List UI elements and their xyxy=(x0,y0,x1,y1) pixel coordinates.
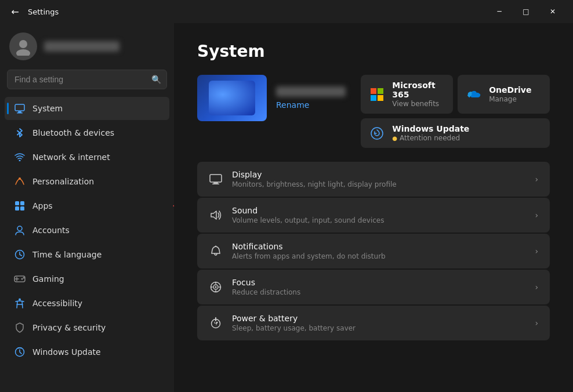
ms365-card[interactable]: Microsoft 365 View benefits xyxy=(361,75,453,114)
device-name xyxy=(276,86,346,97)
svg-rect-4 xyxy=(17,112,23,114)
settings-row-display[interactable]: Display Monitors, brightness, night ligh… xyxy=(197,162,550,197)
focus-chevron: › xyxy=(535,282,538,292)
svg-rect-3 xyxy=(18,111,21,112)
nav-accounts[interactable]: Accounts xyxy=(5,219,169,242)
svg-point-26 xyxy=(215,246,216,247)
device-name-area: Rename xyxy=(276,86,346,110)
settings-window: ← Settings ─ □ ✕ 🔍 xyxy=(0,0,573,392)
settings-row-power[interactable]: Power & battery Sleep, battery usage, ba… xyxy=(197,306,550,340)
power-chevron: › xyxy=(535,318,538,328)
ms365-subtitle: View benefits xyxy=(392,100,445,108)
svg-point-15 xyxy=(23,277,25,279)
ms365-text: Microsoft 365 View benefits xyxy=(392,81,445,108)
nav-personalization[interactable]: Personalization xyxy=(5,170,169,193)
profile-name xyxy=(44,41,119,52)
windows-update-card[interactable]: Windows Update ●Attention needed xyxy=(361,118,550,148)
nav-privacy[interactable]: Privacy & security xyxy=(5,316,169,339)
svg-point-1 xyxy=(16,49,30,56)
system-icon xyxy=(14,103,26,114)
avatar xyxy=(9,32,37,60)
search-box: 🔍 xyxy=(7,70,167,89)
gaming-icon xyxy=(14,273,26,285)
svg-point-14 xyxy=(21,278,23,280)
nav-privacy-label: Privacy & security xyxy=(32,323,106,332)
notifications-subtitle: Alerts from apps and system, do not dist… xyxy=(232,252,525,260)
focus-title: Focus xyxy=(232,278,525,287)
sound-icon xyxy=(209,208,223,222)
nav-network[interactable]: Network & internet xyxy=(5,146,169,169)
device-card: Rename xyxy=(197,75,351,121)
nav-accounts-label: Accounts xyxy=(32,226,70,235)
nav-personalization-label: Personalization xyxy=(32,177,94,186)
onedrive-card[interactable]: OneDrive Manage xyxy=(458,75,550,114)
nav-accessibility[interactable]: Accessibility xyxy=(5,292,169,315)
settings-row-sound[interactable]: Sound Volume levels, output, input, soun… xyxy=(197,198,550,233)
side-cards: Microsoft 365 View benefits xyxy=(361,75,550,148)
svg-rect-25 xyxy=(212,184,219,185)
privacy-icon xyxy=(14,322,26,333)
apps-icon xyxy=(14,200,26,212)
svg-point-5 xyxy=(19,160,21,162)
back-button[interactable]: ← xyxy=(7,3,23,20)
notifications-chevron: › xyxy=(535,246,538,256)
nav-system[interactable]: System xyxy=(5,97,169,120)
sound-subtitle: Volume levels, output, input, sound devi… xyxy=(232,216,525,224)
title-bar: ← Settings ─ □ ✕ xyxy=(0,0,573,23)
nav-bluetooth[interactable]: Bluetooth & devices xyxy=(5,121,169,144)
nav-bluetooth-label: Bluetooth & devices xyxy=(32,128,114,137)
notifications-title: Notifications xyxy=(232,242,525,251)
nav-gaming-label: Gaming xyxy=(32,274,64,284)
nav-windowsupdate[interactable]: Windows Update xyxy=(5,340,169,364)
nav-time[interactable]: Time & language xyxy=(5,243,169,266)
focus-subtitle: Reduce distractions xyxy=(232,288,525,296)
svg-point-29 xyxy=(215,286,217,288)
nav-gaming[interactable]: Gaming xyxy=(5,267,169,291)
svg-rect-10 xyxy=(20,206,24,210)
focus-text: Focus Reduce distractions xyxy=(232,278,525,296)
focus-icon xyxy=(209,280,223,294)
svg-point-22 xyxy=(371,128,383,139)
svg-rect-19 xyxy=(378,88,383,94)
ms365-icon xyxy=(369,86,385,103)
display-text: Display Monitors, brightness, night ligh… xyxy=(232,170,525,188)
sidebar-profile xyxy=(0,23,174,67)
content-area: 🔍 System xyxy=(0,23,573,392)
notifications-text: Notifications Alerts from apps and syste… xyxy=(232,242,525,260)
window-title: Settings xyxy=(28,8,481,16)
top-area: Rename xyxy=(197,75,550,148)
onedrive-subtitle: Manage xyxy=(489,95,531,103)
svg-rect-7 xyxy=(15,201,19,205)
ms365-title: Microsoft 365 xyxy=(392,81,445,99)
maximize-button[interactable]: □ xyxy=(513,2,539,21)
nav-network-label: Network & internet xyxy=(32,153,110,162)
sidebar: 🔍 System xyxy=(0,23,174,392)
nav-accessibility-label: Accessibility xyxy=(32,299,82,308)
settings-row-focus[interactable]: Focus Reduce distractions › xyxy=(197,270,550,304)
window-controls: ─ □ ✕ xyxy=(486,2,566,21)
rename-link[interactable]: Rename xyxy=(276,100,346,110)
settings-row-notifications[interactable]: Notifications Alerts from apps and syste… xyxy=(197,234,550,268)
onedrive-icon xyxy=(466,86,482,103)
windows-update-title: Windows Update xyxy=(392,124,469,133)
page-title: System xyxy=(197,42,550,61)
close-button[interactable]: ✕ xyxy=(539,2,566,21)
power-icon xyxy=(209,316,223,330)
sound-title: Sound xyxy=(232,206,525,215)
sound-chevron: › xyxy=(535,210,538,220)
display-subtitle: Monitors, brightness, night light, displ… xyxy=(232,180,525,188)
device-image xyxy=(197,75,267,121)
windows-update-subtitle: ●Attention needed xyxy=(392,134,469,142)
accessibility-icon xyxy=(14,297,26,309)
nav-system-label: System xyxy=(32,104,63,113)
svg-rect-9 xyxy=(15,206,19,210)
svg-rect-8 xyxy=(20,201,24,205)
nav-apps[interactable]: Apps xyxy=(5,194,169,217)
power-subtitle: Sleep, battery usage, battery saver xyxy=(232,324,525,332)
minimize-button[interactable]: ─ xyxy=(486,2,513,21)
svg-rect-23 xyxy=(210,175,222,182)
search-input[interactable] xyxy=(7,70,167,89)
nav-apps-label: Apps xyxy=(32,201,53,210)
time-icon xyxy=(14,249,26,260)
display-title: Display xyxy=(232,170,525,179)
